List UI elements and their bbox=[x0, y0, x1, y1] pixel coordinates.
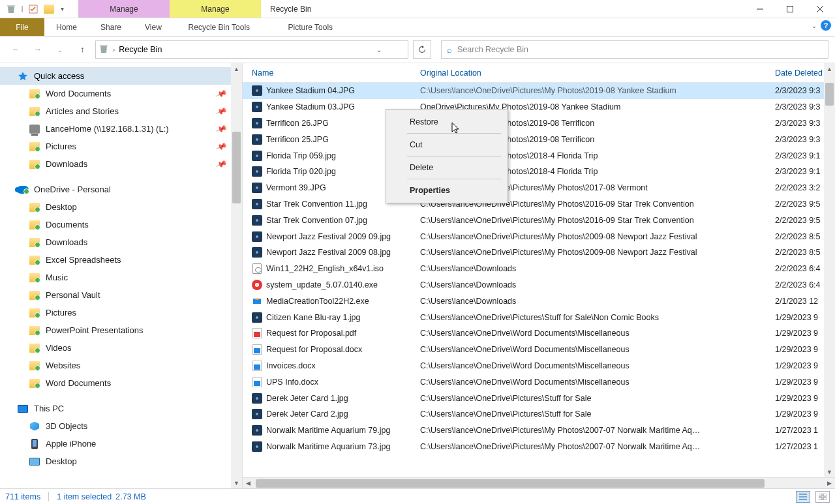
column-original-location[interactable]: Original Location bbox=[415, 68, 772, 78]
file-row[interactable]: Request for Proposal.docxC:\Users\lance\… bbox=[243, 342, 835, 358]
file-row[interactable]: Win11_22H2_English_x64v1.isoC:\Users\lan… bbox=[243, 261, 835, 277]
nav-onedrive-item[interactable]: Pictures bbox=[0, 304, 242, 321]
file-row[interactable]: Florida Trip 020.jpgOneDrive\Pictures\My… bbox=[243, 164, 835, 180]
folder-icon bbox=[29, 202, 40, 213]
nav-onedrive-item[interactable]: Excel Spreadsheets bbox=[0, 251, 242, 269]
nav-quick-item[interactable]: Word Documents📌 bbox=[0, 85, 242, 102]
scroll-up-icon[interactable]: ▲ bbox=[231, 63, 242, 74]
forward-button[interactable]: → bbox=[29, 40, 47, 59]
file-row[interactable]: Newport Jazz Festival 2009 09.jpgC:\User… bbox=[243, 228, 835, 245]
file-original-location: C:\Users\lance\Downloads bbox=[415, 280, 772, 289]
nav-quick-item[interactable]: Downloads📌 bbox=[0, 155, 242, 173]
file-row[interactable]: Derek Jeter Card 1.jpgC:\Users\lance\One… bbox=[243, 390, 835, 406]
context-properties[interactable]: Properties bbox=[387, 181, 506, 200]
file-row[interactable]: MediaCreationTool22H2.exeC:\Users\lance\… bbox=[243, 293, 835, 309]
tab-share[interactable]: Share bbox=[89, 18, 133, 36]
file-row[interactable]: Vermont 39.JPGC:\Users\lance\OneDrive\Pi… bbox=[243, 180, 835, 196]
context-delete[interactable]: Delete bbox=[387, 158, 506, 177]
context-cut[interactable]: Cut bbox=[387, 135, 506, 155]
ribbon-collapse-icon[interactable]: ⌄ bbox=[812, 22, 817, 29]
navpane-scrollbar[interactable]: ▲ ▼ bbox=[231, 63, 242, 488]
nav-onedrive-item[interactable]: Websites bbox=[0, 357, 242, 374]
nav-thispc-item[interactable]: Desktop bbox=[0, 452, 242, 470]
recent-locations-icon[interactable]: ⌄ bbox=[51, 40, 69, 59]
nav-onedrive-item[interactable]: Word Documents bbox=[0, 374, 242, 392]
file-type-icon bbox=[252, 361, 262, 371]
nav-quick-item[interactable]: Articles and Stories📌 bbox=[0, 102, 242, 120]
file-row[interactable]: Invoices.docxC:\Users\lance\OneDrive\Wor… bbox=[243, 358, 835, 374]
nav-onedrive-item[interactable]: Downloads bbox=[0, 233, 242, 251]
address-dropdown-icon[interactable]: ⌄ bbox=[376, 46, 382, 53]
file-row[interactable]: Norwalk Maritime Aquarium 73.jpgC:\Users… bbox=[243, 439, 835, 455]
back-button[interactable]: ← bbox=[7, 40, 25, 59]
file-row[interactable]: Terrificon 26.JPGOneDrive\Pictures\My Ph… bbox=[243, 115, 835, 132]
list-scrollbar[interactable]: ▲ ▼ bbox=[824, 63, 835, 477]
scroll-thumb[interactable] bbox=[825, 83, 834, 106]
up-button[interactable]: ↑ bbox=[73, 40, 91, 59]
properties-icon[interactable] bbox=[26, 2, 40, 16]
nav-quick-item[interactable]: Pictures📌 bbox=[0, 138, 242, 155]
file-row[interactable]: Norwalk Maritime Aquarium 79.jpgC:\Users… bbox=[243, 422, 835, 439]
file-row[interactable]: UPS Info.docxC:\Users\lance\OneDrive\Wor… bbox=[243, 374, 835, 390]
tab-file[interactable]: File bbox=[0, 18, 44, 36]
tab-picture-tools[interactable]: Picture Tools bbox=[265, 18, 356, 36]
file-original-location: C:\Users\lance\OneDrive\Pictures\Stuff f… bbox=[415, 313, 772, 322]
scroll-thumb[interactable] bbox=[232, 132, 241, 203]
file-row[interactable]: Star Trek Convention 11.jpgC:\Users\lanc… bbox=[243, 196, 835, 213]
nav-onedrive-item[interactable]: Documents bbox=[0, 216, 242, 233]
minimize-button[interactable] bbox=[745, 0, 775, 18]
nav-quick-access[interactable]: Quick access bbox=[0, 67, 242, 85]
horizontal-scrollbar[interactable]: ◀ ▶ bbox=[243, 477, 835, 488]
file-row[interactable]: Newport Jazz Festival 2009 08.jpgC:\User… bbox=[243, 245, 835, 261]
nav-onedrive-item[interactable]: PowerPoint Presentations bbox=[0, 321, 242, 339]
tab-home[interactable]: Home bbox=[44, 18, 89, 36]
nav-onedrive[interactable]: OneDrive - Personal bbox=[0, 181, 242, 198]
nav-thispc-item[interactable]: 3D Objects bbox=[0, 417, 242, 435]
close-button[interactable] bbox=[805, 0, 835, 18]
file-row[interactable]: Yankee Stadium 03.JPGOneDrive\Pictures\M… bbox=[243, 99, 835, 115]
file-name: Florida Trip 020.jpg bbox=[266, 167, 336, 176]
scroll-right-icon[interactable]: ▶ bbox=[824, 478, 835, 489]
recycle-bin-icon[interactable] bbox=[4, 2, 18, 16]
maximize-button[interactable] bbox=[775, 0, 805, 18]
file-row[interactable]: Derek Jeter Card 2.jpgC:\Users\lance\One… bbox=[243, 406, 835, 422]
file-row[interactable]: Star Trek Convention 07.jpgC:\Users\lanc… bbox=[243, 212, 835, 228]
nav-quick-item[interactable]: LanceHome (\\192.168.1.31) (L:)📌 bbox=[0, 120, 242, 138]
view-details-button[interactable] bbox=[796, 491, 810, 503]
nav-thispc-item[interactable]: Apple iPhone bbox=[0, 435, 242, 452]
tab-view[interactable]: View bbox=[133, 18, 174, 36]
file-row[interactable]: Request for Proposal.pdfC:\Users\lance\O… bbox=[243, 325, 835, 342]
refresh-button[interactable] bbox=[413, 40, 431, 59]
file-row[interactable]: system_update_5.07.0140.exeC:\Users\lanc… bbox=[243, 277, 835, 293]
address-bar[interactable]: › Recycle Bin ⌄ bbox=[95, 40, 408, 59]
contextual-tab-recycle-bin[interactable]: Manage bbox=[78, 0, 170, 18]
context-restore[interactable]: Restore bbox=[387, 112, 506, 132]
star-icon bbox=[17, 71, 29, 82]
nav-onedrive-item[interactable]: Music bbox=[0, 269, 242, 286]
scroll-down-icon[interactable]: ▼ bbox=[824, 466, 835, 477]
nav-onedrive-item[interactable]: Desktop bbox=[0, 198, 242, 216]
nav-onedrive-item[interactable]: Videos bbox=[0, 339, 242, 357]
breadcrumb-chevron-icon[interactable]: › bbox=[113, 46, 115, 53]
file-row[interactable]: Citizen Kane Blu-ray 1.jpgC:\Users\lance… bbox=[243, 309, 835, 325]
file-row[interactable]: Yankee Stadium 04.JPGC:\Users\lance\OneD… bbox=[243, 83, 835, 99]
navigation-pane[interactable]: Quick access Word Documents📌Articles and… bbox=[0, 63, 243, 488]
contextual-tab-picture[interactable]: Manage bbox=[170, 0, 261, 18]
file-row[interactable]: Florida Trip 059.jpgOneDrive\Pictures\My… bbox=[243, 147, 835, 164]
tab-recycle-bin-tools[interactable]: Recycle Bin Tools bbox=[174, 18, 265, 36]
folder-icon[interactable] bbox=[42, 2, 56, 16]
scroll-down-icon[interactable]: ▼ bbox=[231, 477, 242, 488]
view-large-icons-button[interactable] bbox=[815, 491, 830, 503]
file-row[interactable]: Terrificon 25.JPGOneDrive\Pictures\My Ph… bbox=[243, 131, 835, 147]
scroll-thumb[interactable] bbox=[256, 479, 765, 488]
breadcrumb[interactable]: Recycle Bin bbox=[119, 45, 162, 54]
search-input[interactable]: ⌕ Search Recycle Bin bbox=[441, 40, 828, 59]
help-icon[interactable]: ? bbox=[821, 20, 831, 31]
column-name[interactable]: Name bbox=[243, 68, 415, 78]
nav-this-pc[interactable]: This PC bbox=[0, 400, 242, 417]
file-type-icon bbox=[252, 328, 262, 338]
scroll-up-icon[interactable]: ▲ bbox=[824, 63, 835, 74]
nav-onedrive-item[interactable]: Personal Vault bbox=[0, 286, 242, 304]
scroll-left-icon[interactable]: ◀ bbox=[243, 478, 254, 489]
qat-customize-icon[interactable]: ▾ bbox=[57, 2, 67, 16]
